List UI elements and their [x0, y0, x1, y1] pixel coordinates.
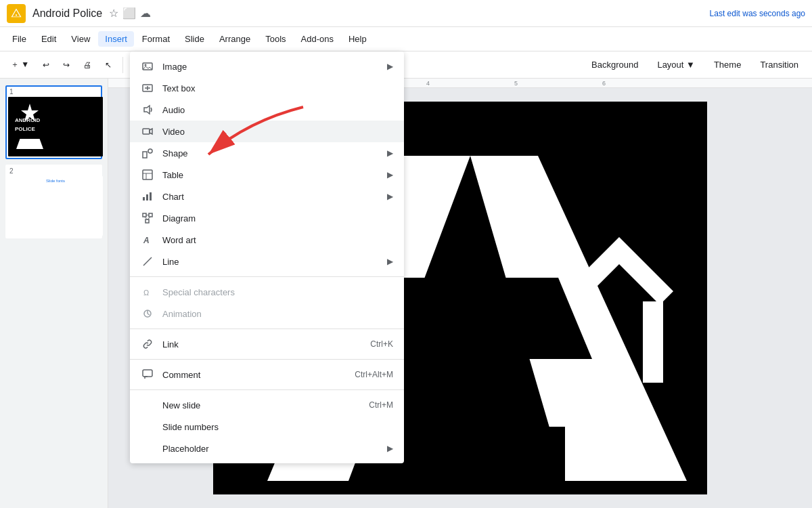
- image-icon: [141, 60, 154, 73]
- menu-item-special-chars: Ω Special characters: [130, 281, 404, 303]
- special-chars-label: Special characters: [162, 287, 393, 297]
- special-chars-icon: Ω: [141, 285, 154, 299]
- folder-icon[interactable]: ⬜: [122, 7, 136, 20]
- menu-insert[interactable]: Insert: [98, 31, 134, 47]
- menu-item-link[interactable]: Link Ctrl+K: [130, 333, 404, 355]
- svg-rect-30: [143, 197, 145, 200]
- theme-button[interactable]: Theme: [706, 56, 749, 73]
- chart-label: Chart: [162, 192, 387, 202]
- svg-rect-25: [143, 152, 147, 158]
- svg-point-26: [148, 149, 152, 153]
- last-edit-link[interactable]: Last edit was seconds ago: [710, 9, 805, 18]
- comment-shortcut: Ctrl+Alt+M: [355, 370, 393, 379]
- menu-item-shape[interactable]: Shape ▶: [130, 142, 404, 164]
- image-label: Image: [162, 62, 387, 72]
- new-button[interactable]: ＋ ▼: [5, 56, 35, 73]
- star-icon[interactable]: ☆: [109, 7, 118, 20]
- placeholder-arrow: ▶: [387, 444, 393, 453]
- redo-button[interactable]: ↪: [58, 58, 75, 72]
- menu-addons[interactable]: Add-ons: [294, 31, 340, 47]
- slides-panel: 1 ANDROID POLICE 2: [0, 79, 108, 508]
- svg-line-40: [143, 257, 152, 266]
- menu-arrange[interactable]: Arrange: [212, 31, 257, 47]
- svg-rect-34: [149, 213, 152, 217]
- slide-numbers-spacer: [141, 420, 154, 433]
- video-icon: [141, 125, 154, 138]
- animation-icon: [141, 307, 154, 320]
- title-icons: ☆ ⬜ ☁: [109, 7, 151, 20]
- chart-arrow: ▶: [387, 192, 393, 201]
- svg-rect-45: [143, 370, 152, 377]
- menu-help[interactable]: Help: [342, 31, 374, 47]
- layout-button[interactable]: Layout ▼: [649, 56, 703, 73]
- menu-file[interactable]: File: [5, 31, 33, 47]
- menu-item-audio[interactable]: Audio: [130, 99, 404, 121]
- comment-label: Comment: [162, 370, 355, 380]
- menu-slide[interactable]: Slide: [178, 31, 211, 47]
- svg-rect-27: [143, 170, 152, 179]
- menu-view[interactable]: View: [64, 31, 97, 47]
- diagram-icon: [141, 211, 154, 225]
- slide2-text: Slide fonts: [46, 179, 65, 183]
- video-label: Video: [162, 127, 393, 137]
- toolbar: ＋ ▼ ↩ ↪ 🖨 ↖ ⊡ ▼ Background Layout ▼ Them…: [0, 51, 812, 79]
- menu-item-diagram[interactable]: Diagram: [130, 207, 404, 229]
- undo-button[interactable]: ↩: [37, 58, 55, 72]
- slide-preview-1: ANDROID POLICE: [8, 97, 103, 156]
- document-title: Android Police: [32, 7, 102, 20]
- wordart-label: Word art: [162, 235, 393, 245]
- menu-item-wordart[interactable]: A Word art: [130, 229, 404, 251]
- link-icon: [141, 337, 154, 351]
- slide-preview-2: Slide fonts: [8, 176, 103, 236]
- menu-item-placeholder[interactable]: Placeholder ▶: [130, 438, 404, 459]
- animation-label: Animation: [162, 309, 393, 319]
- table-label: Table: [162, 170, 387, 180]
- diagram-label: Diagram: [162, 213, 393, 224]
- wordart-icon: A: [141, 233, 154, 247]
- svg-text:Ω: Ω: [143, 289, 149, 297]
- slide-numbers-label: Slide numbers: [162, 422, 393, 432]
- svg-point-0: [16, 14, 17, 16]
- menu-item-table[interactable]: Table ▶: [130, 164, 404, 186]
- menu-item-line[interactable]: Line ▶: [130, 251, 404, 272]
- menu-format[interactable]: Format: [135, 31, 177, 47]
- menu-item-chart[interactable]: Chart ▶: [130, 186, 404, 207]
- menu-item-textbox[interactable]: Text box: [130, 77, 404, 99]
- menu-item-new-slide[interactable]: New slide Ctrl+M: [130, 394, 404, 416]
- slide-thumb-2[interactable]: 2 Slide fonts: [5, 165, 102, 238]
- audio-icon: [141, 103, 154, 117]
- menu-item-animation: Animation: [130, 303, 404, 324]
- menu-edit[interactable]: Edit: [35, 31, 63, 47]
- slide-thumb-1[interactable]: 1 ANDROID POLICE: [5, 85, 102, 159]
- textbox-icon: [141, 81, 154, 95]
- menu-bar: File Edit View Insert Format Slide Arran…: [0, 27, 812, 51]
- line-label: Line: [162, 257, 387, 267]
- svg-text:POLICE: POLICE: [15, 126, 35, 132]
- svg-rect-33: [143, 213, 146, 217]
- divider-3: [130, 359, 404, 360]
- chart-icon: [141, 190, 154, 203]
- toolbar-right: Background Layout ▼ Theme Transition: [583, 56, 807, 73]
- audio-label: Audio: [162, 105, 393, 115]
- cursor-button[interactable]: ↖: [99, 58, 117, 72]
- menu-item-comment[interactable]: Comment Ctrl+Alt+M: [130, 364, 404, 385]
- menu-tools[interactable]: Tools: [258, 31, 292, 47]
- insert-dropdown-menu: Image ▶ Text box Audio Video: [130, 51, 404, 463]
- divider-4: [130, 389, 404, 390]
- svg-rect-31: [146, 194, 148, 200]
- svg-marker-22: [144, 106, 150, 114]
- transition-button[interactable]: Transition: [752, 56, 807, 73]
- print-button[interactable]: 🖨: [78, 58, 97, 72]
- placeholder-spacer: [141, 442, 154, 455]
- menu-item-image[interactable]: Image ▶: [130, 56, 404, 77]
- shape-arrow: ▶: [387, 148, 393, 158]
- svg-marker-24: [150, 129, 152, 134]
- menu-item-video[interactable]: Video: [130, 121, 404, 142]
- image-arrow: ▶: [387, 62, 393, 71]
- cloud-icon[interactable]: ☁: [140, 7, 151, 20]
- background-button[interactable]: Background: [583, 56, 646, 73]
- svg-rect-35: [145, 219, 149, 223]
- line-icon: [141, 255, 154, 268]
- textbox-label: Text box: [162, 83, 393, 93]
- menu-item-slide-numbers[interactable]: Slide numbers: [130, 416, 404, 438]
